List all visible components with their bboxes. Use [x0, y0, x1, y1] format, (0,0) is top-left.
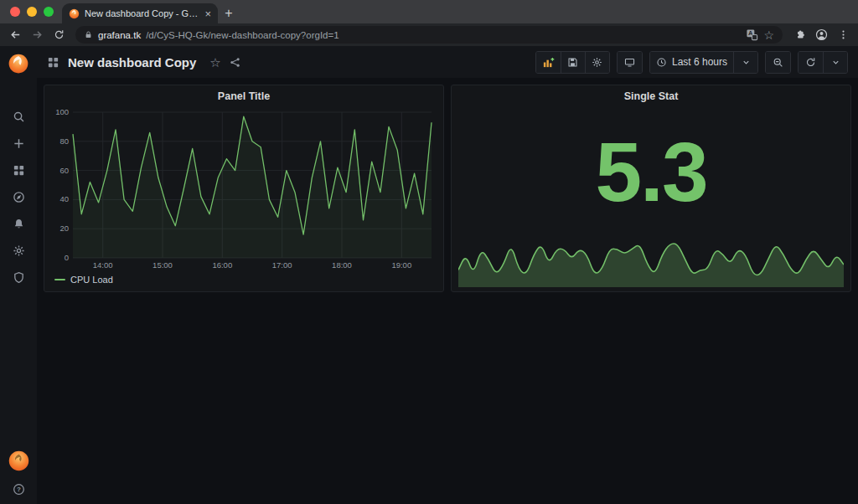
profile-icon: [815, 28, 828, 41]
stat-value: 5.3: [452, 111, 850, 233]
translate-icon[interactable]: A: [746, 28, 758, 41]
legend-label: CPU Load: [70, 275, 113, 285]
sidebar-item-dashboards[interactable]: [12, 163, 25, 177]
dashboard-canvas: Panel Title 02040608010014:0015:0016:001…: [37, 78, 858, 504]
shield-icon: [13, 271, 25, 284]
back-button[interactable]: [5, 26, 25, 44]
extensions-button[interactable]: [789, 26, 809, 44]
reload-button[interactable]: [49, 26, 69, 44]
cycle-view-mode-button[interactable]: [618, 52, 642, 73]
browser-tabstrip: New dashboard Copy - Grafana × +: [0, 0, 858, 23]
url-host: grafana.tk: [98, 30, 141, 40]
time-picker-group: Last 6 hours: [649, 51, 758, 74]
tv-mode-group: [617, 51, 643, 74]
help-icon: ?: [13, 483, 25, 496]
puzzle-icon: [794, 29, 805, 40]
screen: New dashboard Copy - Grafana × + grafana…: [0, 0, 858, 504]
svg-text:100: 100: [55, 107, 69, 116]
plus-icon: [13, 137, 25, 150]
panel-actions-group: [535, 51, 610, 74]
sidebar-item-create[interactable]: [12, 136, 25, 150]
zoom-out-icon: [773, 57, 783, 68]
traffic-zoom-button[interactable]: [44, 7, 54, 17]
svg-text:60: 60: [59, 166, 69, 175]
refresh-group: [798, 51, 848, 74]
time-range-chevron-button[interactable]: [733, 52, 757, 73]
forward-arrow-icon: [31, 28, 44, 41]
legend-item-cpu-load[interactable]: CPU Load: [44, 273, 443, 291]
profile-button[interactable]: [811, 26, 831, 44]
back-arrow-icon: [9, 28, 22, 41]
compass-icon: [13, 191, 25, 203]
refresh-button[interactable]: [799, 52, 823, 73]
new-tab-button[interactable]: +: [218, 3, 240, 23]
svg-text:18:00: 18:00: [332, 260, 352, 270]
svg-text:15:00: 15:00: [152, 260, 173, 270]
sidebar-item-configuration[interactable]: [12, 244, 25, 257]
dashboards-grid-icon: [13, 164, 25, 177]
kebab-menu-icon: [838, 29, 849, 40]
panel-title[interactable]: Panel Title: [44, 85, 443, 107]
time-range-label: Last 6 hours: [672, 56, 727, 68]
legend-swatch: [54, 279, 65, 280]
panel-single-stat: Single Stat 5.3: [451, 85, 851, 292]
panel-cpu-load: Panel Title 02040608010014:0015:0016:001…: [44, 85, 444, 292]
zoom-out-group: [765, 51, 791, 74]
forward-button[interactable]: [27, 26, 47, 44]
share-dashboard-button[interactable]: [230, 57, 240, 68]
grafana-navbar: New dashboard Copy ☆: [37, 46, 858, 78]
overflow-menu-button[interactable]: [833, 26, 853, 44]
dashboard-settings-button[interactable]: [585, 52, 609, 73]
traffic-lights: [0, 0, 62, 23]
grafana-favicon: [69, 8, 80, 19]
svg-text:17:00: 17:00: [272, 260, 292, 270]
lock-icon: [84, 30, 93, 39]
refresh-icon: [805, 57, 816, 68]
search-icon: [13, 111, 25, 123]
svg-text:80: 80: [59, 136, 69, 146]
grafana-logo[interactable]: [8, 53, 29, 75]
add-panel-icon: [542, 56, 555, 69]
traffic-minimize-button[interactable]: [27, 7, 37, 17]
traffic-close-button[interactable]: [10, 7, 20, 17]
chevron-down-icon: [831, 58, 840, 67]
sidebar-item-server-admin[interactable]: [12, 270, 25, 284]
user-avatar[interactable]: [8, 450, 29, 471]
svg-text:0: 0: [65, 253, 69, 262]
tab-close-button[interactable]: ×: [204, 8, 211, 19]
bookmark-star-icon[interactable]: ☆: [763, 29, 774, 41]
panel-title[interactable]: Single Stat: [452, 85, 850, 107]
bell-icon: [13, 218, 25, 230]
zoom-out-button[interactable]: [766, 52, 790, 73]
add-panel-button[interactable]: [536, 52, 561, 73]
chevron-down-icon: [742, 58, 751, 67]
cpu-chart[interactable]: 02040608010014:0015:0016:0017:0018:0019:…: [49, 107, 437, 271]
favorite-star-button[interactable]: ☆: [209, 56, 220, 69]
time-range-button[interactable]: Last 6 hours: [650, 52, 733, 73]
monitor-icon: [624, 57, 635, 68]
clock-icon: [656, 57, 667, 68]
sidebar-item-search[interactable]: [12, 110, 25, 123]
refresh-interval-chevron-button[interactable]: [823, 52, 847, 73]
help-button[interactable]: ?: [12, 482, 25, 496]
grafana-sidebar: ?: [0, 46, 37, 504]
settings-gear-icon: [592, 57, 602, 68]
browser-tab[interactable]: New dashboard Copy - Grafana ×: [62, 3, 218, 23]
stat-sparkline: [458, 239, 844, 287]
svg-text:?: ?: [17, 486, 21, 493]
url-path: /d/CyS-HQ-Gk/new-dashboard-copy?orgId=1: [146, 30, 741, 40]
save-dashboard-button[interactable]: [561, 52, 585, 73]
sidebar-bottom: ?: [8, 450, 29, 496]
svg-text:16:00: 16:00: [212, 260, 232, 270]
reload-icon: [54, 29, 65, 40]
svg-text:19:00: 19:00: [391, 260, 411, 270]
dashboard-apps-icon: [47, 56, 59, 69]
save-icon: [567, 57, 578, 68]
browser-toolbar: grafana.tk /d/CyS-HQ-Gk/new-dashboard-co…: [0, 23, 858, 46]
svg-text:40: 40: [59, 194, 69, 203]
omnibox-url-bar[interactable]: grafana.tk /d/CyS-HQ-Gk/new-dashboard-co…: [75, 26, 783, 44]
sidebar-item-alerting[interactable]: [12, 217, 25, 230]
tab-title: New dashboard Copy - Grafana: [85, 8, 199, 18]
sidebar-item-explore[interactable]: [12, 190, 25, 203]
svg-text:14:00: 14:00: [93, 260, 113, 270]
